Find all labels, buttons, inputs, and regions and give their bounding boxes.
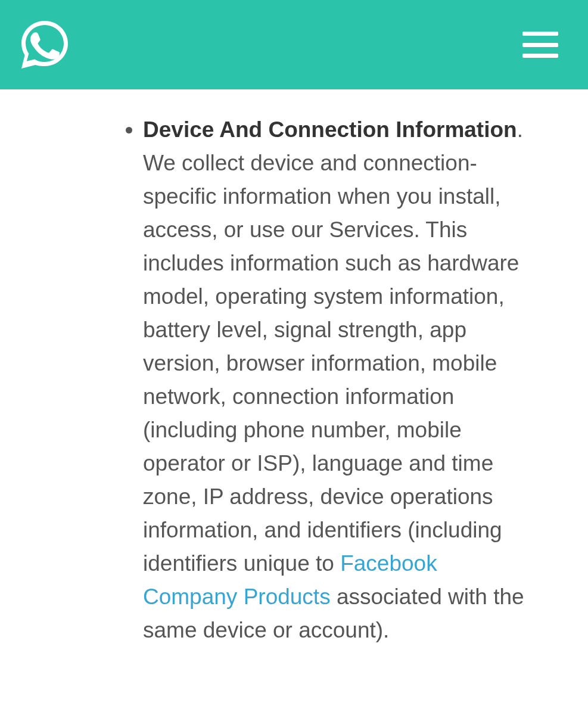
policy-item-heading: Device And Connection Information (143, 117, 517, 142)
policy-list: Services (your "last seen"); and when yo… (0, 0, 588, 647)
menu-button[interactable] (522, 32, 558, 58)
whatsapp-logo[interactable] (18, 18, 71, 72)
hamburger-line (522, 32, 558, 36)
hamburger-line (522, 43, 558, 47)
app-header (0, 0, 588, 89)
policy-list-item-device: Device And Connection Information. We co… (143, 113, 534, 647)
hamburger-line (522, 54, 558, 58)
policy-content: Services (your "last seen"); and when yo… (0, 0, 588, 647)
policy-item-body-before-link: . We collect device and connection-speci… (143, 117, 523, 576)
